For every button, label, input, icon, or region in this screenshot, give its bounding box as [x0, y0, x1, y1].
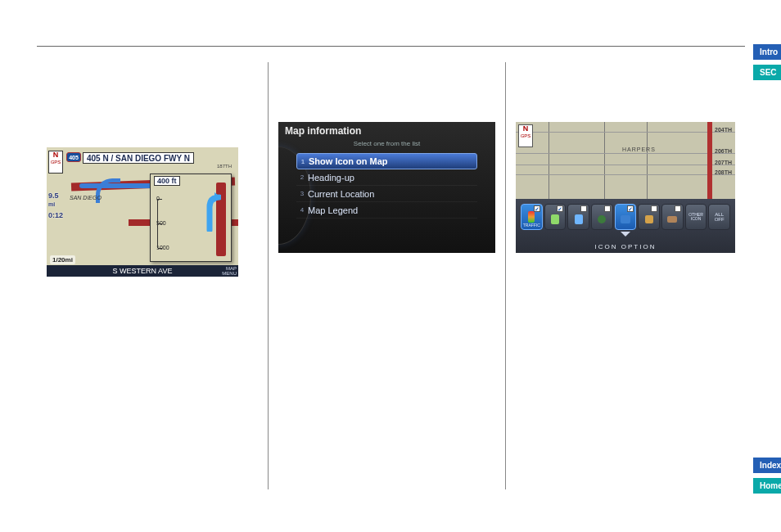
- map-label-sandiego: SAN DIEGO: [70, 195, 102, 201]
- street-label-207th: 207TH: [715, 160, 732, 165]
- icon-button-all-off[interactable]: ALL OFF: [708, 204, 730, 230]
- icon-button-row: ✓ TRAFFIC ✓: [521, 204, 730, 230]
- menu-item-number: 4: [296, 206, 308, 214]
- menu-item-map-legend[interactable]: 4 Map Legend: [296, 202, 477, 219]
- chevron-down-icon: [621, 232, 630, 237]
- inset-distance: 400 ft: [154, 176, 180, 186]
- inset-scale: 0 500 1000: [157, 199, 165, 248]
- checkbox-icon: ✓: [627, 205, 634, 212]
- street-label-206th: 206TH: [715, 148, 732, 154]
- distance-value: 9.5: [48, 192, 59, 200]
- icon-button-traffic[interactable]: ✓ TRAFFIC: [521, 204, 543, 230]
- traffic-icon: [528, 211, 535, 223]
- tab-sec[interactable]: SEC: [753, 65, 781, 80]
- menu-item-label: Current Location: [308, 189, 374, 199]
- page-columns: N GPS 405 405 N / SAN DIEGO FWY N SAN DI…: [37, 62, 745, 489]
- info-icon: [598, 215, 606, 223]
- icon-button-restaurant[interactable]: [567, 204, 589, 230]
- panel-footer: ICON OPTION: [516, 240, 735, 253]
- map-scale: 1/20mi: [50, 255, 75, 264]
- side-tabs: Intro SEC: [753, 44, 781, 80]
- checkbox-icon: ✓: [557, 205, 563, 212]
- compass-n: N: [49, 151, 62, 160]
- street-label-harpers: HARPERS: [622, 147, 656, 152]
- icon-label: TRAFFIC: [523, 223, 540, 228]
- section-divider: [37, 46, 745, 47]
- panel-footer-label: ICON OPTION: [595, 243, 657, 250]
- route-shield: 405: [66, 152, 81, 162]
- checkbox-icon: [675, 205, 681, 212]
- icon-button-fuel[interactable]: ✓: [544, 204, 567, 230]
- current-street: S WESTERN AVE: [113, 267, 173, 275]
- bottom-tabs: Index Home: [753, 458, 781, 494]
- restaurant-icon: [575, 214, 583, 224]
- icon-button-info[interactable]: [591, 204, 613, 230]
- turn-arrow-icon: [198, 191, 221, 232]
- distance-remaining: 9.5 mi: [48, 192, 59, 208]
- current-street-bar: S WESTERN AVE MAP MENU: [47, 265, 238, 277]
- icon-option-panel: ✓ TRAFFIC ✓: [516, 199, 735, 253]
- menu-item-label: Map Legend: [308, 205, 358, 215]
- menu-item-number: 3: [296, 190, 308, 197]
- menu-item-number: 1: [297, 158, 309, 165]
- icon-label: OTHER ICON: [688, 213, 703, 221]
- menu-item-number: 2: [296, 174, 308, 181]
- compass-icon: N GPS: [48, 151, 63, 174]
- rest-area-icon: [621, 215, 630, 223]
- compass-icon: N GPS: [518, 124, 533, 147]
- menu-item-show-icon[interactable]: 1 Show Icon on Map: [296, 153, 477, 169]
- route-title: 405 N / SAN DIEGO FWY N: [83, 152, 194, 164]
- screenshot-map-information: Map information Select one from the list…: [278, 122, 495, 253]
- menu-title: Map information: [285, 125, 361, 137]
- menu-list: 1 Show Icon on Map 2 Heading-up 3 Curren…: [296, 153, 477, 219]
- icon-button-rest-area[interactable]: ✓: [615, 204, 637, 230]
- eta-value: 0:12: [48, 211, 63, 219]
- icon-label: ALL OFF: [715, 212, 725, 222]
- icon-button-lodging[interactable]: [661, 204, 684, 230]
- icon-button-shopping[interactable]: [638, 204, 660, 230]
- menu-item-label: Heading-up: [308, 173, 354, 183]
- menu-item-heading-up[interactable]: 2 Heading-up: [296, 169, 477, 186]
- street-label-204th: 204TH: [715, 127, 732, 133]
- screenshot-route-map: N GPS 405 405 N / SAN DIEGO FWY N SAN DI…: [47, 147, 238, 277]
- tab-index[interactable]: Index: [753, 458, 781, 473]
- column-3: N GPS HARPERS 204TH 206TH 207TH 208TH ✓ …: [506, 62, 745, 489]
- checkbox-icon: [580, 205, 587, 212]
- compass-gps: GPS: [519, 133, 532, 139]
- lodging-icon: [667, 216, 677, 223]
- menu-subtitle: Select one from the list: [278, 140, 495, 147]
- menu-item-label: Show Icon on Map: [309, 156, 388, 166]
- checkbox-icon: [651, 205, 657, 212]
- compass-n: N: [519, 125, 532, 133]
- compass-gps: GPS: [49, 160, 62, 165]
- map-menu-button[interactable]: MAP MENU: [222, 266, 237, 276]
- tab-intro[interactable]: Intro: [753, 44, 781, 60]
- menu-item-current-location[interactable]: 3 Current Location: [296, 186, 477, 202]
- shopping-icon: [645, 215, 653, 223]
- icon-button-other[interactable]: OTHER ICON: [685, 204, 707, 230]
- screenshot-icon-option: N GPS HARPERS 204TH 206TH 207TH 208TH ✓ …: [516, 122, 735, 253]
- tab-home[interactable]: Home: [753, 478, 781, 494]
- fuel-icon: [551, 214, 559, 224]
- distance-unit: mi: [48, 201, 55, 207]
- turn-inset: 400 ft 0 500 1000: [150, 174, 232, 262]
- column-2: Map information Select one from the list…: [269, 62, 506, 489]
- map-label-187th: 187TH: [217, 164, 232, 169]
- column-1: N GPS 405 405 N / SAN DIEGO FWY N SAN DI…: [37, 62, 269, 489]
- checkbox-icon: [604, 205, 611, 212]
- street-label-208th: 208TH: [715, 169, 732, 175]
- checkbox-icon: ✓: [534, 205, 540, 212]
